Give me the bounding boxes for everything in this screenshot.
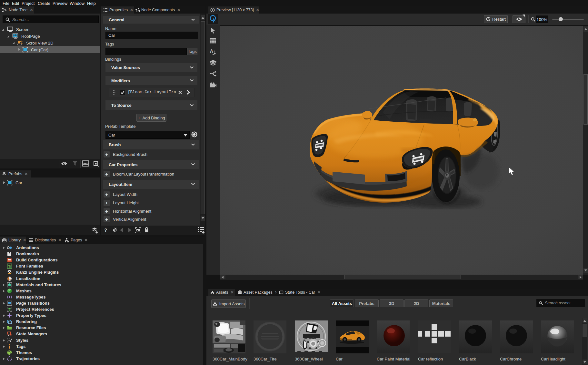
svg-text:A: A (210, 49, 214, 54)
svg-text:T: T (10, 265, 12, 268)
